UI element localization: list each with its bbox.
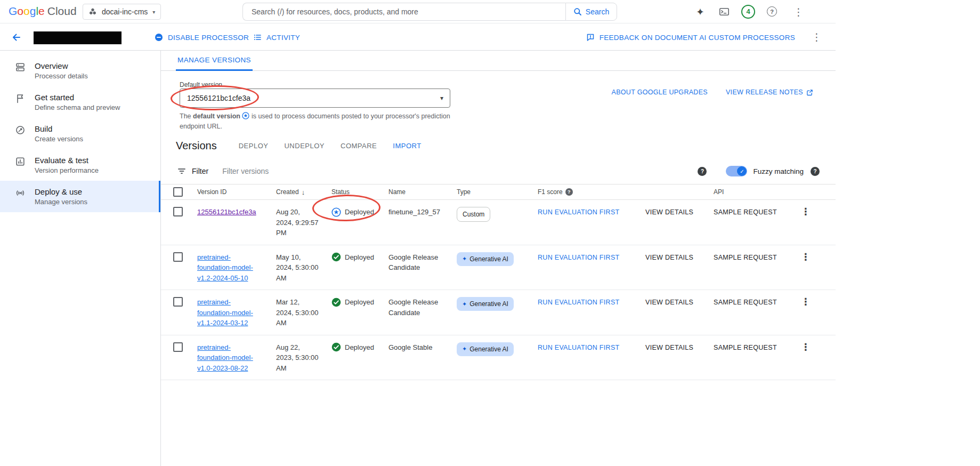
view-release-notes-link[interactable]: VIEW RELEASE NOTES bbox=[726, 89, 813, 96]
search-button[interactable]: Search bbox=[565, 3, 617, 21]
main-content: MANAGE VERSIONS Default version 12556121… bbox=[161, 51, 836, 466]
logo-cloud-text: Cloud bbox=[47, 5, 77, 18]
row-menu-button[interactable]: ⋮ bbox=[792, 297, 836, 308]
sort-descending-icon[interactable]: ↓ bbox=[302, 188, 305, 196]
default-star-icon bbox=[242, 112, 249, 119]
version-id-link[interactable]: pretrained-foundation-model-v1.2-2024-05… bbox=[197, 252, 263, 284]
fuzzy-matching-toggle[interactable]: ✓ bbox=[726, 166, 747, 176]
sidebar-item-overview[interactable]: OverviewProcessor details bbox=[0, 55, 160, 86]
col-header-name[interactable]: Name bbox=[382, 188, 450, 196]
more-options-icon[interactable]: ⋮ bbox=[793, 6, 804, 18]
col-header-f1-score[interactable]: F1 score? bbox=[531, 188, 639, 196]
col-header-created[interactable]: Created↓ bbox=[270, 188, 325, 196]
sidebar-item-title: Build bbox=[35, 124, 52, 133]
view-details-button[interactable]: VIEW DETAILS bbox=[645, 254, 693, 261]
sample-request-button[interactable]: SAMPLE REQUEST bbox=[714, 254, 777, 261]
version-id-link[interactable]: 12556121bc1cfe3a bbox=[197, 207, 256, 218]
chevron-down-icon: ▾ bbox=[440, 94, 443, 102]
view-details-button[interactable]: VIEW DETAILS bbox=[645, 299, 693, 306]
deployed-check-icon bbox=[331, 252, 341, 262]
col-header-version-id[interactable]: Version ID bbox=[191, 188, 270, 196]
default-version-select[interactable]: 12556121bc1cfe3a ▾ bbox=[180, 89, 450, 108]
versions-heading: Versions bbox=[176, 140, 217, 152]
sparkle-icon: ✦ bbox=[462, 300, 467, 309]
tab-manage-versions[interactable]: MANAGE VERSIONS bbox=[176, 51, 253, 71]
search-button-label: Search bbox=[586, 7, 609, 16]
undeploy-button[interactable]: UNDEPLOY bbox=[284, 142, 325, 150]
type-chip-generative-ai: ✦Generative AI bbox=[457, 252, 514, 266]
import-button[interactable]: IMPORT bbox=[393, 142, 421, 150]
page-more-options-icon[interactable]: ⋮ bbox=[812, 31, 822, 43]
type-chip-generative-ai: ✦Generative AI bbox=[457, 297, 514, 311]
project-selector[interactable]: docai-inc-cms ▾ bbox=[83, 4, 161, 20]
filter-help-icon[interactable]: ? bbox=[698, 167, 707, 176]
row-checkbox[interactable] bbox=[173, 342, 183, 352]
cloud-shell-icon[interactable] bbox=[719, 6, 730, 17]
about-google-upgrades-link[interactable]: ABOUT GOOGLE UPGRADES bbox=[612, 89, 708, 96]
disable-processor-label: DISABLE PROCESSOR bbox=[168, 34, 249, 42]
notifications-badge[interactable]: 4 bbox=[741, 5, 755, 19]
sidebar-item-evaluate-test[interactable]: Evaluate & testVersion performance bbox=[0, 149, 160, 181]
col-header-type[interactable]: Type bbox=[450, 188, 531, 196]
name-cell: Google Release Candidate bbox=[382, 252, 450, 273]
google-cloud-logo[interactable]: G o o g l e Cloud bbox=[9, 5, 77, 18]
deploy-button[interactable]: DEPLOY bbox=[239, 142, 269, 150]
logo-letter: g bbox=[30, 5, 36, 18]
f1-help-icon[interactable]: ? bbox=[565, 188, 573, 196]
default-version-helper-text: The default version is used to process d… bbox=[180, 111, 461, 132]
row-checkbox[interactable] bbox=[173, 252, 183, 262]
view-details-button[interactable]: VIEW DETAILS bbox=[645, 344, 693, 351]
sidebar-item-subtitle: Create versions bbox=[35, 135, 83, 143]
fuzzy-help-icon[interactable]: ? bbox=[811, 167, 820, 176]
block-icon bbox=[155, 33, 163, 42]
col-header-status[interactable]: Status bbox=[325, 188, 382, 196]
help-icon[interactable]: ? bbox=[767, 6, 777, 17]
sample-request-button[interactable]: SAMPLE REQUEST bbox=[714, 208, 777, 216]
row-checkbox[interactable] bbox=[173, 207, 183, 216]
project-icon bbox=[88, 7, 97, 16]
type-chip-generative-ai: ✦Generative AI bbox=[457, 342, 514, 356]
logo-letter: o bbox=[17, 5, 23, 18]
status-cell: Deployed bbox=[325, 207, 382, 218]
row-menu-button[interactable]: ⋮ bbox=[792, 342, 836, 353]
feedback-label: FEEDBACK ON DOCUMENT AI CUSTOM PROCESSOR… bbox=[600, 34, 795, 42]
search-input[interactable] bbox=[242, 3, 565, 21]
sidebar-item-build[interactable]: BuildCreate versions bbox=[0, 118, 160, 149]
sidebar-item-deploy-use[interactable]: Deploy & useManage versions bbox=[0, 181, 160, 212]
sidebar-item-get-started[interactable]: Get startedDefine schema and preview bbox=[0, 86, 160, 118]
table-row: pretrained-foundation-model-v1.2-2024-05… bbox=[161, 245, 836, 291]
run-evaluation-first-link[interactable]: RUN EVALUATION FIRST bbox=[538, 208, 619, 216]
disable-processor-button[interactable]: DISABLE PROCESSOR bbox=[155, 24, 249, 51]
filter-versions-input[interactable] bbox=[222, 167, 698, 175]
run-evaluation-first-link[interactable]: RUN EVALUATION FIRST bbox=[538, 344, 619, 351]
gemini-sparkle-icon[interactable]: ✦ bbox=[696, 6, 704, 18]
row-menu-button[interactable]: ⋮ bbox=[792, 207, 836, 218]
compare-button[interactable]: COMPARE bbox=[341, 142, 377, 150]
header-links: ABOUT GOOGLE UPGRADES VIEW RELEASE NOTES bbox=[612, 89, 813, 96]
run-evaluation-first-link[interactable]: RUN EVALUATION FIRST bbox=[538, 254, 619, 261]
sample-request-button[interactable]: SAMPLE REQUEST bbox=[714, 299, 777, 306]
version-id-link[interactable]: pretrained-foundation-model-v1.1-2024-03… bbox=[197, 297, 263, 328]
back-arrow-button[interactable] bbox=[10, 31, 21, 43]
sample-request-button[interactable]: SAMPLE REQUEST bbox=[714, 344, 777, 351]
run-evaluation-first-link[interactable]: RUN EVALUATION FIRST bbox=[538, 299, 619, 306]
row-menu-button[interactable]: ⋮ bbox=[792, 252, 836, 263]
version-id-link[interactable]: pretrained-foundation-model-v1.0-2023-08… bbox=[197, 342, 263, 374]
status-cell: Deployed bbox=[325, 297, 382, 308]
status-text: Deployed bbox=[345, 252, 374, 263]
sidebar-item-subtitle: Version performance bbox=[35, 166, 99, 174]
activity-button[interactable]: ACTIVITY bbox=[253, 24, 300, 51]
select-all-checkbox[interactable] bbox=[173, 187, 183, 197]
filter-label: Filter bbox=[192, 167, 208, 175]
status-text: Deployed bbox=[345, 342, 374, 353]
view-details-button[interactable]: VIEW DETAILS bbox=[645, 208, 693, 216]
activity-label: ACTIVITY bbox=[266, 34, 300, 42]
activity-list-icon bbox=[253, 33, 262, 42]
google-cloud-console: G o o g l e Cloud docai-inc-cms ▾ Search… bbox=[0, 0, 836, 466]
logo-letter: e bbox=[38, 5, 45, 18]
created-cell: Mar 12, 2024, 5:30:00 AM bbox=[270, 297, 325, 328]
feedback-button[interactable]: FEEDBACK ON DOCUMENT AI CUSTOM PROCESSOR… bbox=[586, 24, 795, 51]
tab-bar: MANAGE VERSIONS bbox=[161, 51, 836, 71]
sidebar-item-title: Evaluate & test bbox=[35, 156, 88, 165]
row-checkbox[interactable] bbox=[173, 297, 183, 307]
